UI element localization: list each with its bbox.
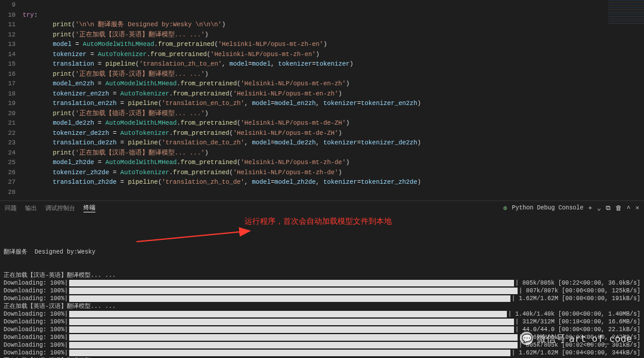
download-progress-row: Downloading: 100%|| 1.62M/1.62M [00:04<0… xyxy=(4,349,640,357)
terminal-profile-label[interactable]: Python Debug Console xyxy=(512,205,584,211)
annotation-text: 运行程序，首次会自动加载模型文件到本地 xyxy=(244,217,392,225)
line-number: 18 xyxy=(0,89,16,99)
panel-toolbar: ⚙ Python Debug Console + ⌄ ⧉ 🗑 ^ × xyxy=(503,204,639,212)
terminal-text-line: 正在加载【英语-汉语】翻译模型... ... xyxy=(4,303,640,310)
line-number: 12 xyxy=(0,30,16,40)
progress-bar xyxy=(69,350,510,356)
progress-bar xyxy=(69,295,510,302)
kill-terminal-icon[interactable]: 🗑 xyxy=(615,204,622,212)
download-progress-row: Downloading: 100%|| 1.62M/1.62M [00:08<0… xyxy=(4,295,640,303)
line-number: 11 xyxy=(0,20,16,30)
line-number: 27 xyxy=(0,177,16,187)
code-line[interactable]: model_en2zh = AutoModelWithLMHead.from_p… xyxy=(23,79,644,89)
download-stats: | 1.40k/1.40k [00:00<00:00, 1.40MB/s] xyxy=(508,310,640,318)
code-line[interactable]: tokenizer = AutoTokenizer.from_pretraine… xyxy=(23,50,644,60)
download-percent-label: Downloading: 100%| xyxy=(4,318,68,326)
line-number: 24 xyxy=(0,148,16,158)
download-percent-label: Downloading: 100%| xyxy=(4,279,68,287)
download-progress-row: Downloading: 100%|| 807k/807k [00:06<00:… xyxy=(4,287,640,295)
terminal-text-line: 翻译服务 Designed by:Wesky xyxy=(4,248,640,256)
maximize-panel-icon[interactable]: ^ xyxy=(627,205,631,212)
line-number: 19 xyxy=(0,98,16,109)
code-line[interactable]: print('正在加载【德语-汉语】翻译模型... ...') xyxy=(23,109,644,119)
line-number: 15 xyxy=(0,59,16,69)
download-stats: | 312M/312M [00:18<00:00, 16.6MB/s] xyxy=(515,318,640,326)
minimap[interactable] xyxy=(608,0,644,24)
code-line[interactable]: print('\n\n 翻译服务 Designed by:Wesky \n\n\… xyxy=(23,20,644,30)
code-line[interactable]: tokenizer_en2zh = AutoTokenizer.from_pre… xyxy=(23,89,644,99)
line-number: 17 xyxy=(0,79,16,89)
download-percent-label: Downloading: 100%| xyxy=(4,341,68,349)
line-number: 9 xyxy=(0,0,16,10)
debug-icon: ⚙ xyxy=(503,205,507,212)
download-percent-label: Downloading: 100%| xyxy=(4,334,68,341)
line-number: 23 xyxy=(0,138,16,148)
svg-line-0 xyxy=(137,231,250,242)
progress-bar xyxy=(69,280,514,286)
line-number-gutter: 910111213141516171819202122232425262728 xyxy=(0,0,20,200)
download-progress-row: Downloading: 100%|| 312M/312M [00:18<00:… xyxy=(4,318,640,326)
download-percent-label: Downloading: 100%| xyxy=(4,349,68,357)
progress-bar xyxy=(69,311,507,317)
code-line[interactable] xyxy=(23,0,644,10)
code-content[interactable]: try: print('\n\n 翻译服务 Designed by:Wesky … xyxy=(20,0,644,200)
line-number: 16 xyxy=(0,69,16,79)
code-line[interactable]: try: xyxy=(23,10,644,20)
code-line[interactable]: translation_zh2de = pipeline('translatio… xyxy=(23,177,644,187)
code-line[interactable]: translation_de2zh = pipeline('translatio… xyxy=(23,138,644,148)
download-stats: | 805k/805k [00:22<00:00, 36.0kB/s] xyxy=(515,279,640,287)
new-terminal-icon[interactable]: + xyxy=(589,205,593,212)
watermark-handle: art_of_code xyxy=(569,335,632,342)
code-line[interactable]: tokenizer_zh2de = AutoTokenizer.from_pre… xyxy=(23,168,644,178)
code-line[interactable]: print('正在加载【汉语-英语】翻译模型... ...') xyxy=(23,30,644,40)
line-number: 10 xyxy=(0,10,16,20)
watermark: 💬 微信号 art_of_code xyxy=(520,332,632,345)
code-line[interactable]: translation = pipeline('translation_zh_t… xyxy=(23,59,644,69)
download-percent-label: Downloading: 100%| xyxy=(4,310,68,318)
line-number: 28 xyxy=(0,187,16,197)
code-line[interactable]: print('正在加载【汉语-德语】翻译模型... ...') xyxy=(23,148,644,158)
code-editor[interactable]: 910111213141516171819202122232425262728 … xyxy=(0,0,644,200)
code-line[interactable]: print('正在加载【英语-汉语】翻译模型... ...') xyxy=(23,69,644,79)
split-terminal-icon[interactable]: ⧉ xyxy=(606,205,611,212)
line-number: 13 xyxy=(0,39,16,50)
code-line[interactable]: model = AutoModelWithLMHead.from_pretrai… xyxy=(23,39,644,50)
tab-debug-console[interactable]: 调试控制台 xyxy=(45,204,75,212)
line-number: 21 xyxy=(0,118,16,128)
progress-bar xyxy=(69,334,518,341)
download-percent-label: Downloading: 100%| xyxy=(4,287,68,295)
annotation-arrow xyxy=(119,220,239,237)
code-line[interactable]: translation_en2zh = pipeline('translatio… xyxy=(23,98,644,109)
code-line[interactable]: model_zh2de = AutoModelWithLMHead.from_p… xyxy=(23,158,644,168)
download-progress-row: Downloading: 100%|| 805k/805k [00:22<00:… xyxy=(4,279,640,287)
terminal-text-line: 正在加载【汉语-英语】翻译模型... ... xyxy=(4,271,640,279)
terminal-output[interactable]: 运行程序，首次会自动加载模型文件到本地 翻译服务 Designed by:Wes… xyxy=(0,215,644,358)
progress-bar xyxy=(69,319,514,325)
progress-bar xyxy=(69,288,518,294)
code-line[interactable] xyxy=(23,187,644,197)
line-number: 26 xyxy=(0,168,16,178)
download-stats: | 1.62M/1.62M [00:04<00:00, 344kB/s] xyxy=(512,349,640,357)
progress-bar xyxy=(69,326,514,333)
download-stats: | 1.62M/1.62M [00:08<00:00, 191kB/s] xyxy=(512,295,640,303)
tab-problems[interactable]: 问题 xyxy=(5,204,17,212)
tab-terminal[interactable]: 终端 xyxy=(83,203,95,212)
download-progress-row: Downloading: 100%|| 1.40k/1.40k [00:00<0… xyxy=(4,310,640,318)
wechat-icon: 💬 xyxy=(520,332,533,345)
download-percent-label: Downloading: 100%| xyxy=(4,295,68,303)
tab-output[interactable]: 输出 xyxy=(25,204,37,212)
close-panel-icon[interactable]: × xyxy=(635,205,639,212)
line-number: 25 xyxy=(0,158,16,168)
code-line[interactable]: tokenizer_de2zh = AutoTokenizer.from_pre… xyxy=(23,128,644,138)
progress-bar xyxy=(69,342,518,348)
terminal-dropdown-icon[interactable]: ⌄ xyxy=(597,204,601,212)
download-stats: | 807k/807k [00:06<00:00, 125kB/s] xyxy=(519,287,640,295)
code-line[interactable]: model_de2zh = AutoModelWithLMHead.from_p… xyxy=(23,118,644,128)
download-percent-label: Downloading: 100%| xyxy=(4,326,68,334)
panel-tab-bar: 问题 输出 调试控制台 终端 ⚙ Python Debug Console + … xyxy=(0,200,644,215)
line-number: 14 xyxy=(0,50,16,60)
watermark-prefix: 微信号 xyxy=(537,335,565,342)
line-number: 22 xyxy=(0,128,16,138)
line-number: 20 xyxy=(0,109,16,119)
